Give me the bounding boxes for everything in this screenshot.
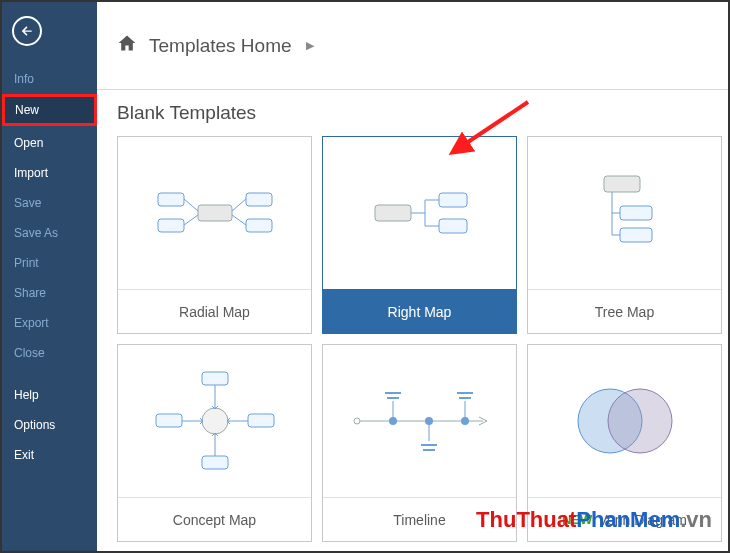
template-thumb (118, 345, 311, 497)
template-thumb (528, 137, 721, 289)
svg-rect-4 (246, 219, 272, 232)
sidebar-item-label: Info (14, 72, 34, 86)
radial-map-icon (150, 173, 280, 253)
sidebar-item-label: Share (14, 286, 46, 300)
sidebar-item-label: Help (14, 388, 39, 402)
sidebar-item-share[interactable]: Share (2, 278, 97, 308)
template-card-timeline[interactable]: Timeline (322, 344, 517, 542)
template-label: Timeline (393, 512, 445, 528)
chevron-right-icon: ▶ (306, 39, 314, 52)
sidebar-item-label: Exit (14, 448, 34, 462)
svg-rect-12 (202, 372, 228, 385)
concept-map-icon (150, 366, 280, 476)
sidebar: Info New Open Import Save Save As Print … (2, 2, 97, 551)
sidebar-item-save-as[interactable]: Save As (2, 218, 97, 248)
template-caption: Radial Map (118, 289, 311, 333)
app-window: Info New Open Import Save Save As Print … (0, 0, 730, 553)
template-card-right-map[interactable]: Right Map (322, 136, 517, 334)
home-icon[interactable] (117, 33, 137, 58)
sidebar-item-label: Close (14, 346, 45, 360)
template-caption: NEW Venn Diagram (528, 497, 721, 541)
template-caption: Right Map (323, 289, 516, 333)
svg-rect-9 (620, 206, 652, 220)
svg-rect-2 (158, 219, 184, 232)
new-badge: NEW (562, 512, 592, 527)
section-title: Blank Templates (97, 90, 728, 136)
template-thumb (528, 345, 721, 497)
sidebar-item-label: Export (14, 316, 49, 330)
template-caption: Timeline (323, 497, 516, 541)
svg-point-17 (354, 418, 360, 424)
template-label: Tree Map (595, 304, 654, 320)
template-thumb (118, 137, 311, 289)
template-caption: Tree Map (528, 289, 721, 333)
sidebar-item-info[interactable]: Info (2, 64, 97, 94)
svg-rect-1 (158, 193, 184, 206)
tree-map-icon (560, 168, 690, 258)
sidebar-item-label: Options (14, 418, 55, 432)
sidebar-item-import[interactable]: Import (2, 158, 97, 188)
svg-rect-10 (620, 228, 652, 242)
arrow-left-icon (20, 24, 34, 38)
sidebar-item-label: Import (14, 166, 48, 180)
sidebar-item-close[interactable]: Close (2, 338, 97, 368)
sidebar-item-label: Print (14, 256, 39, 270)
main-panel: Templates Home ▶ Blank Templates Radi (97, 2, 728, 551)
timeline-icon (345, 371, 495, 471)
sidebar-item-export[interactable]: Export (2, 308, 97, 338)
sidebar-item-label: Save (14, 196, 41, 210)
template-card-radial-map[interactable]: Radial Map (117, 136, 312, 334)
sidebar-item-label: Save As (14, 226, 58, 240)
svg-rect-13 (202, 456, 228, 469)
venn-diagram-icon (555, 371, 695, 471)
template-label: Radial Map (179, 304, 250, 320)
sidebar-item-help[interactable]: Help (2, 380, 97, 410)
sidebar-item-label: New (15, 103, 39, 117)
svg-rect-6 (439, 193, 467, 207)
svg-point-11 (202, 408, 228, 434)
right-map-icon (355, 173, 485, 253)
template-thumb (323, 345, 516, 497)
svg-rect-8 (604, 176, 640, 192)
sidebar-item-print[interactable]: Print (2, 248, 97, 278)
template-card-venn-diagram[interactable]: NEW Venn Diagram (527, 344, 722, 542)
sidebar-item-open[interactable]: Open (2, 128, 97, 158)
template-caption: Concept Map (118, 497, 311, 541)
back-button[interactable] (12, 16, 42, 46)
template-thumb (323, 137, 516, 289)
svg-rect-0 (198, 205, 232, 221)
sidebar-item-save[interactable]: Save (2, 188, 97, 218)
svg-rect-3 (246, 193, 272, 206)
sidebar-item-options[interactable]: Options (2, 410, 97, 440)
template-card-concept-map[interactable]: Concept Map (117, 344, 312, 542)
breadcrumb-title[interactable]: Templates Home (149, 35, 292, 57)
sidebar-item-exit[interactable]: Exit (2, 440, 97, 470)
template-label: Right Map (388, 304, 452, 320)
svg-point-28 (608, 389, 672, 453)
template-card-tree-map[interactable]: Tree Map (527, 136, 722, 334)
breadcrumb: Templates Home ▶ (97, 2, 728, 90)
sidebar-item-new[interactable]: New (2, 94, 97, 126)
svg-rect-5 (375, 205, 411, 221)
template-grid: Radial Map Right Map (97, 136, 728, 542)
template-label: Concept Map (173, 512, 256, 528)
template-label: Venn Diagram (598, 512, 687, 528)
svg-rect-15 (248, 414, 274, 427)
svg-rect-7 (439, 219, 467, 233)
svg-rect-14 (156, 414, 182, 427)
sidebar-item-label: Open (14, 136, 43, 150)
